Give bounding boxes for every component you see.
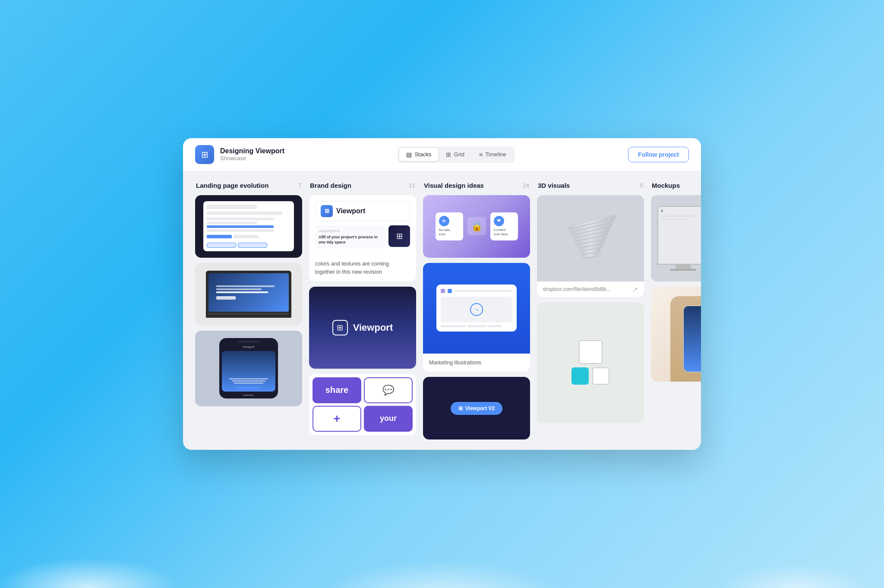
column-landing-page-evolution: Landing page evolution 7 [195, 182, 302, 440]
ui-chip-2 [467, 325, 486, 327]
phone-shape: Viewport [219, 338, 278, 398]
brand-text-label: VIEWPORT® [319, 229, 382, 234]
view-tabs: ▤ Stacks ⊞ Grid ≡ Timeline [398, 146, 515, 163]
card-monitor-mockup[interactable]: G [651, 195, 701, 281]
feature-cards-image: 👁 No ads,ever 🔒 ❤ Contentover likes [423, 195, 530, 258]
phone-screen-in-hand [684, 306, 701, 372]
mini-card-icon-1: 👁 [439, 216, 449, 226]
mockup-content [207, 218, 291, 233]
mockup-row-1 [207, 218, 274, 220]
mini-card-text-1: No ads,ever [439, 228, 460, 237]
ui-dot-blue [448, 289, 452, 293]
phone-3d-image: Viewport [195, 331, 302, 406]
card-share-grid[interactable]: share 💬 + your [309, 374, 416, 435]
logo-text: Viewport [336, 207, 365, 215]
mockup-chips [207, 243, 291, 248]
laptop-row-2 [216, 288, 261, 290]
dropbox-link-text[interactable]: dropbox.com/file/blend8d9k... [543, 286, 611, 292]
phone-in-hand [683, 306, 701, 372]
viewport-logo: ⊞ Viewport [321, 205, 365, 217]
header: ⊞ Designing Viewport Showcase ▤ Stacks ⊞… [183, 138, 701, 171]
cards-stack-mockups: G [651, 195, 701, 382]
card-phone-3d[interactable]: Viewport [195, 331, 302, 406]
column-header-3d: 3D visuals 5 [537, 182, 644, 189]
columns-wrapper: Landing page evolution 7 [195, 182, 701, 440]
brand-icon-box: ⊞ [388, 225, 410, 247]
phone-line-2 [232, 380, 266, 382]
card-cube-stack[interactable]: dropbox.com/file/blend8d9k... ↗ [537, 195, 644, 297]
share-cell-word: share [313, 377, 361, 403]
card-viewport-gradient[interactable]: ⊞ Viewport [309, 287, 416, 369]
header-left: ⊞ Designing Viewport Showcase [195, 145, 284, 164]
card-feature-cards[interactable]: 👁 No ads,ever 🔒 ❤ Contentover likes [423, 195, 530, 258]
ui-text-line [455, 290, 512, 292]
chip-2 [238, 243, 267, 248]
stack-layers [567, 215, 618, 260]
card-product-mockup[interactable] [537, 302, 644, 423]
brand-bottom: VIEWPORT® Allll of your project's proces… [315, 225, 410, 249]
ui-mockup-bottom [441, 325, 512, 327]
card-caption-brand: colors and textures are coming together … [309, 255, 416, 281]
chip-1 [207, 243, 236, 248]
app-window: ⊞ Designing Viewport Showcase ▤ Stacks ⊞… [183, 138, 701, 450]
hand-illustration [651, 287, 701, 382]
share-cell-icon: 💬 [364, 377, 413, 403]
tab-timeline[interactable]: ≡ Timeline [472, 148, 513, 161]
cube-visual [537, 195, 644, 281]
ui-mockup-image: → [423, 263, 530, 354]
column-title-landing: Landing page evolution [196, 182, 268, 189]
mockup-btn-2 [234, 235, 259, 238]
phone-line-1 [229, 378, 268, 379]
card-desktop-mockup[interactable] [195, 195, 302, 258]
card-marketing-illustrations[interactable]: → Marketing illustrations [423, 263, 530, 372]
mockup-row-3 [207, 229, 274, 232]
viewport-v2-image: ⊞ Viewport V2 [423, 377, 530, 439]
cards-stack-3d: dropbox.com/file/blend8d9k... ↗ [537, 195, 644, 423]
column-count-visual: 24 [523, 182, 529, 189]
mini-card-text-2: Contentover likes [494, 228, 515, 237]
product-squares [571, 340, 609, 385]
monitor-shape: G [657, 206, 701, 271]
monitor-stand [670, 269, 696, 271]
laptop-screen-content [216, 285, 281, 300]
viewport-v2-btn: ⊞ Viewport V2 [451, 402, 502, 415]
cube-stack-image [537, 195, 644, 281]
timeline-icon: ≡ [479, 151, 483, 158]
laptop-row-1 [216, 285, 274, 287]
ui-mockup-main: → [441, 297, 512, 322]
monitor-mockup-image: G [651, 195, 701, 281]
follow-project-button[interactable]: Follow project [628, 147, 689, 162]
mini-card-1: 👁 No ads,ever [436, 212, 463, 240]
column-count-3d: 5 [640, 182, 643, 189]
product-sq-row-1 [579, 340, 603, 364]
hand-container [651, 287, 701, 382]
column-title-mockups: Mockups [652, 182, 680, 189]
column-header-brand: Brand design 11 [309, 182, 416, 189]
product-sq-white-large [579, 340, 603, 364]
column-brand-design: Brand design 11 ⊞ Viewport [309, 182, 416, 440]
card-brand-combo[interactable]: ⊞ Viewport VIEWPORT® Allll of your proje… [309, 195, 416, 281]
column-3d-visuals: 3D visuals 5 [537, 182, 644, 440]
tab-grid[interactable]: ⊞ Grid [439, 148, 471, 161]
column-title-3d: 3D visuals [538, 182, 570, 189]
mini-card-2: ❤ Contentover likes [490, 212, 518, 240]
card-laptop-photo[interactable] [195, 263, 302, 326]
dropbox-arrow-icon: ↗ [633, 286, 638, 293]
monitor-base [676, 265, 691, 269]
tab-stacks[interactable]: ▤ Stacks [399, 148, 438, 161]
ui-chip-1 [441, 325, 466, 327]
laptop-base [208, 313, 289, 315]
share-cell-plus: + [313, 406, 361, 432]
main-content: Landing page evolution 7 [183, 171, 701, 450]
laptop-image [195, 263, 302, 326]
mockup-title [207, 212, 282, 215]
product-sq-white-small [592, 367, 609, 385]
card-viewport-v2[interactable]: ⊞ Viewport V2 [423, 377, 530, 439]
brand-logo-section: ⊞ Viewport [315, 201, 410, 221]
mini-card-icon-2: ❤ [494, 216, 504, 226]
column-visual-design: Visual design ideas 24 👁 No ads,ever 🔒 [423, 182, 530, 440]
project-subtitle: Showcase [220, 155, 284, 161]
card-hand-phone[interactable] [651, 287, 701, 382]
mockup-row-2 [207, 221, 257, 224]
monitor-label: G [661, 209, 663, 212]
